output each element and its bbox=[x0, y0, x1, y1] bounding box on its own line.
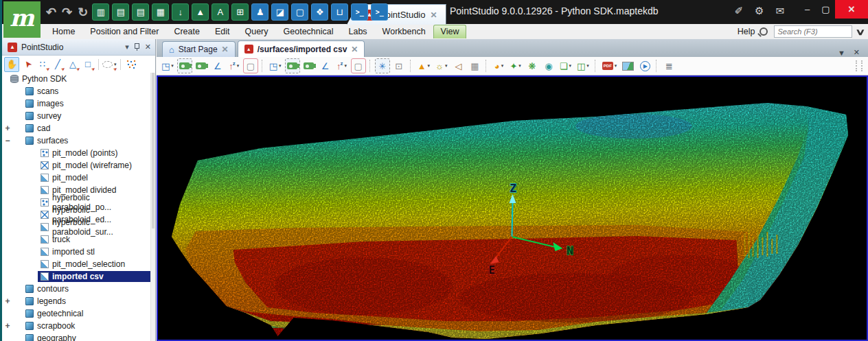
ribbon-expand-icon[interactable]: ∨ bbox=[856, 27, 866, 37]
app-tab-close-icon[interactable]: ✕ bbox=[431, 10, 437, 20]
tree-item[interactable]: survey bbox=[23, 110, 150, 121]
tree-item[interactable]: pit_model (wireframe) bbox=[38, 160, 150, 171]
customize-icon[interactable]: ✐ bbox=[734, 5, 743, 17]
tree-item[interactable]: Python SDK bbox=[8, 73, 150, 84]
close-button[interactable]: ✕ bbox=[835, 0, 868, 19]
select-rect-tool[interactable]: □➤ bbox=[81, 58, 95, 71]
panel-pin-icon[interactable] bbox=[135, 43, 139, 51]
axes-orientation-2-icon[interactable]: ∠ bbox=[318, 58, 333, 73]
refresh-icon[interactable]: ↻ bbox=[76, 5, 89, 20]
camera-saved-view-icon[interactable] bbox=[194, 58, 209, 73]
dropdown-arrow-icon[interactable]: ▾ bbox=[501, 63, 504, 69]
menu-home[interactable]: Home bbox=[45, 25, 82, 38]
settings-gear-icon[interactable]: ⚙ bbox=[755, 5, 764, 17]
point-density-icon[interactable]: ❋ bbox=[525, 58, 540, 73]
menu-labs[interactable]: Labs bbox=[341, 25, 375, 38]
select-lasso-tool[interactable]: ➤▾ bbox=[102, 58, 117, 71]
tree-item[interactable]: geography bbox=[23, 333, 150, 341]
legend-properties-icon[interactable]: ≣ bbox=[661, 58, 676, 73]
minimize-button[interactable]: – bbox=[798, 0, 816, 19]
menu-query[interactable]: Query bbox=[237, 25, 275, 38]
axes-orientation-icon[interactable]: ∠ bbox=[210, 58, 225, 73]
toolbar-grip[interactable] bbox=[856, 60, 863, 71]
dropdown-arrow-icon[interactable]: ▾ bbox=[171, 63, 174, 69]
dropdown-arrow-icon[interactable]: ▾ bbox=[445, 63, 448, 69]
dropdown-arrow-icon[interactable]: ▾ bbox=[237, 63, 240, 69]
orbit-centre-icon[interactable]: ◉ bbox=[541, 58, 556, 73]
dropdown-arrow-icon[interactable]: ▾ bbox=[279, 63, 282, 69]
tree-item[interactable]: pit_model bbox=[38, 172, 150, 183]
console-icon[interactable]: >_ bbox=[351, 3, 368, 21]
tree-item[interactable]: scrapbook bbox=[23, 320, 150, 331]
report-browser-icon[interactable]: ▥ bbox=[92, 3, 109, 21]
point-pattern-tool[interactable] bbox=[124, 58, 138, 71]
tree-item[interactable]: scans bbox=[23, 86, 150, 97]
hopper-icon[interactable]: ⊔ bbox=[331, 3, 348, 21]
z-up-view-2-icon[interactable]: ↑z▾ bbox=[334, 58, 350, 73]
lighting-icon[interactable]: ☼▾ bbox=[433, 58, 449, 73]
camera-standard-view-2-icon[interactable] bbox=[285, 58, 300, 73]
clip-volume-icon[interactable]: ❏▾ bbox=[558, 58, 573, 73]
3d-viewport[interactable]: Z N E bbox=[157, 75, 868, 341]
tree-expander-icon[interactable]: − bbox=[4, 137, 11, 144]
text-label-icon[interactable]: A bbox=[212, 3, 229, 21]
tree-item[interactable]: truck bbox=[38, 234, 150, 245]
search-input[interactable] bbox=[774, 25, 852, 38]
menu-geotechnical[interactable]: Geotechnical bbox=[276, 25, 341, 38]
pan-tool[interactable]: ✋ bbox=[4, 57, 19, 72]
dropdown-arrow-icon[interactable]: ▾ bbox=[615, 63, 617, 69]
viewport-outline-icon[interactable]: ▢ bbox=[243, 58, 258, 73]
tree-item[interactable]: images bbox=[23, 98, 150, 109]
colour-mode-icon[interactable]: ◕▾ bbox=[491, 58, 506, 73]
image-icon[interactable]: ▲ bbox=[192, 3, 209, 21]
redo-icon[interactable]: ↷ bbox=[60, 5, 73, 20]
hierarchy-icon[interactable]: ⊞ bbox=[231, 3, 249, 21]
doc-tab--surfaces-imported-csv[interactable]: ▲/surfaces/imported csv✕ bbox=[238, 40, 365, 57]
doc-tab-close-icon[interactable]: ✕ bbox=[351, 45, 358, 54]
view-cube-2-icon[interactable]: ◳▾ bbox=[267, 58, 284, 73]
save-filter-icon[interactable]: ✦▾ bbox=[507, 58, 523, 73]
feedback-mail-icon[interactable]: ✉ bbox=[775, 5, 784, 17]
z-up-view-icon[interactable]: ↑z▾ bbox=[227, 58, 242, 73]
table-settings-icon[interactable]: ▤ bbox=[132, 3, 149, 21]
undo-icon[interactable]: ↶ bbox=[45, 5, 58, 20]
camera-standard-view-icon[interactable] bbox=[177, 58, 192, 73]
tree-item[interactable]: imported csv bbox=[38, 271, 150, 282]
select-tool[interactable]: ➤ bbox=[21, 58, 34, 71]
menu-edit[interactable]: Edit bbox=[207, 25, 238, 38]
dropdown-arrow-icon[interactable]: ▾ bbox=[345, 63, 347, 69]
tree-item[interactable]: imported stl bbox=[38, 246, 150, 257]
select-polygon-tool[interactable]: △➤ bbox=[66, 58, 80, 71]
play-animation-icon[interactable]: ▶ bbox=[637, 58, 652, 73]
tab-list-drop-icon[interactable]: ▼ bbox=[838, 49, 845, 57]
survey-station-icon[interactable]: ♟ bbox=[251, 3, 269, 21]
dropdown-arrow-icon[interactable]: ▾ bbox=[518, 63, 521, 69]
dropdown-arrow-icon[interactable]: ▾ bbox=[428, 63, 431, 69]
python-console-icon[interactable]: >_ bbox=[371, 3, 388, 21]
dropdown-arrow-icon[interactable]: ▾ bbox=[569, 63, 572, 69]
viewport-outline-2-icon[interactable]: ▢ bbox=[351, 58, 366, 73]
select-points-tool[interactable]: ∷➤ bbox=[36, 58, 49, 71]
framed-table-icon[interactable]: ▦ bbox=[152, 3, 169, 21]
tree-expander-icon[interactable]: + bbox=[4, 298, 11, 305]
tree-item[interactable]: cad bbox=[23, 123, 150, 134]
import-icon[interactable]: ↓ bbox=[172, 3, 189, 21]
camera-saved-view-2-icon[interactable] bbox=[301, 58, 317, 73]
split-view-icon[interactable]: ◫▾ bbox=[575, 58, 591, 73]
maptek-logo[interactable]: m bbox=[3, 1, 41, 38]
menu-position-and-filter[interactable]: Position and Filter bbox=[82, 25, 166, 38]
menu-workbench[interactable]: Workbench bbox=[375, 25, 433, 38]
tree-item[interactable]: contours bbox=[23, 283, 150, 294]
panel-close-icon[interactable]: ✕ bbox=[145, 43, 151, 51]
view-cube-icon[interactable]: ◳▾ bbox=[159, 58, 176, 73]
solid-model-icon[interactable]: ◪ bbox=[271, 3, 288, 21]
maximize-button[interactable]: ▢ bbox=[816, 0, 835, 19]
export-pdf-icon[interactable]: PDF▾ bbox=[600, 58, 619, 73]
document-icon[interactable]: ▢ bbox=[291, 3, 308, 21]
tab-close-icon[interactable]: ✕ bbox=[854, 48, 860, 57]
dropdown-arrow-icon[interactable]: ▾ bbox=[586, 63, 589, 69]
screenshot-icon[interactable] bbox=[620, 58, 636, 73]
panel-menu-drop-icon[interactable]: ▾ bbox=[125, 43, 129, 51]
tree-item[interactable]: hyperbolic paraboloid_sur... bbox=[38, 222, 150, 233]
menu-view[interactable]: View bbox=[433, 25, 467, 38]
